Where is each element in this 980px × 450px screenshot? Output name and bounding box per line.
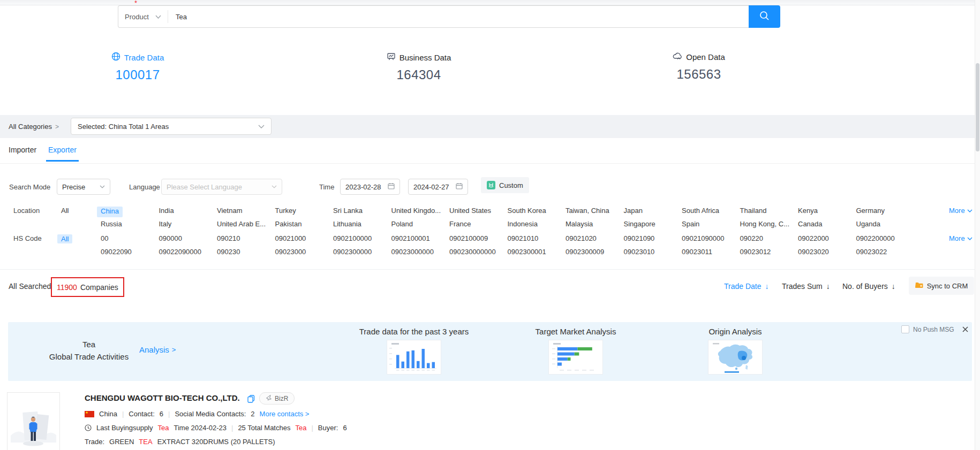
- no-push-checkbox[interactable]: [901, 325, 909, 333]
- language-select[interactable]: Please Select Language: [161, 179, 282, 195]
- hscode-item[interactable]: 09023000000: [391, 248, 434, 258]
- hscode-item[interactable]: 09021090000: [682, 234, 725, 245]
- location-item[interactable]: Singapore: [624, 220, 655, 231]
- hscode-item[interactable]: 09022000: [798, 234, 829, 245]
- search-mode-value: Precise: [62, 183, 85, 191]
- location-item[interactable]: Thailand: [740, 207, 767, 217]
- tab-importer[interactable]: Importer: [9, 138, 36, 162]
- banner-title: Tea Global Trade Activities: [32, 338, 146, 363]
- hscode-item[interactable]: 0902100000: [333, 234, 372, 245]
- hscode-item[interactable]: 0902200000: [856, 234, 895, 245]
- custom-time-button[interactable]: Custom: [481, 177, 529, 193]
- location-more-link[interactable]: More: [949, 207, 973, 215]
- location-item[interactable]: Turkey: [275, 207, 296, 217]
- location-item[interactable]: Germany: [856, 207, 885, 217]
- presentation-board-icon: [387, 52, 396, 63]
- selected-areas-select[interactable]: Selected: China Total 1 Areas: [71, 118, 272, 135]
- location-item[interactable]: Hong Kong, C...: [740, 220, 790, 231]
- hscode-all-chip[interactable]: All: [57, 234, 72, 243]
- search-mode-label: Search Mode: [9, 183, 50, 191]
- company-thumbnail[interactable]: [7, 392, 60, 450]
- location-item[interactable]: United States: [449, 207, 491, 217]
- location-item[interactable]: Uganda: [856, 220, 881, 231]
- china-map-thumbnail[interactable]: [708, 340, 763, 375]
- hscode-item[interactable]: 0902300001: [508, 248, 546, 258]
- hbar-chart-thumbnail[interactable]: [548, 340, 603, 375]
- location-item[interactable]: Malaysia: [566, 220, 593, 231]
- chevron-right-icon: >: [172, 346, 176, 354]
- location-item[interactable]: China: [97, 207, 123, 217]
- search-input[interactable]: Tea: [168, 13, 749, 21]
- location-item[interactable]: India: [159, 207, 174, 217]
- analysis-link[interactable]: Analysis >: [139, 345, 176, 354]
- hscode-item[interactable]: 09021000: [275, 234, 306, 245]
- hscode-item[interactable]: 0902100009: [449, 234, 488, 245]
- sort-trades-sum[interactable]: Trades Sum ↓: [782, 282, 830, 291]
- hscode-item[interactable]: 09023000: [275, 248, 306, 258]
- hscode-item[interactable]: 09021090: [624, 234, 655, 245]
- location-item[interactable]: South Korea: [508, 207, 546, 217]
- hscode-item[interactable]: 0902300000: [333, 248, 372, 258]
- hscode-item[interactable]: 09023012: [740, 248, 771, 258]
- location-item[interactable]: Lithuania: [333, 220, 361, 231]
- location-item[interactable]: Russia: [101, 220, 122, 231]
- more-contacts-link[interactable]: More contacts >: [260, 410, 310, 418]
- location-item[interactable]: United Arab E...: [217, 220, 266, 231]
- stat-open-data[interactable]: Open Data 156563: [613, 52, 785, 82]
- location-item[interactable]: Vietnam: [217, 207, 242, 217]
- page-scrollbar[interactable]: [975, 0, 980, 450]
- hscode-item[interactable]: 09023011: [682, 248, 712, 258]
- hscode-item[interactable]: 090210: [217, 234, 240, 245]
- close-icon[interactable]: [962, 326, 968, 332]
- stat-trade-data[interactable]: Trade Data 100017: [52, 52, 223, 82]
- location-item[interactable]: France: [449, 220, 471, 231]
- hscode-item[interactable]: 09023010: [624, 248, 655, 258]
- hscode-item[interactable]: 0902100001: [391, 234, 430, 245]
- hscode-item[interactable]: 09023020: [798, 248, 829, 258]
- sync-to-crm-button[interactable]: Sync to CRM: [909, 277, 974, 295]
- location-item[interactable]: Taiwan, China: [566, 207, 609, 217]
- location-item[interactable]: Canada: [798, 220, 823, 231]
- hscode-item[interactable]: 090230000000: [449, 248, 496, 258]
- location-item[interactable]: Spain: [682, 220, 699, 231]
- location-item[interactable]: Italy: [159, 220, 172, 231]
- hscode-item[interactable]: 090230: [217, 248, 240, 258]
- hscode-item[interactable]: 09022090000: [159, 248, 202, 258]
- date-to-input[interactable]: 2024-02-27: [408, 179, 468, 195]
- location-item[interactable]: United Kingdo...: [391, 207, 441, 217]
- location-all-chip[interactable]: All: [61, 207, 69, 215]
- all-categories-link[interactable]: All Categories >: [9, 123, 59, 131]
- scrollbar-thumb[interactable]: [976, 63, 979, 151]
- location-item[interactable]: Indonesia: [508, 220, 538, 231]
- hscode-more-link[interactable]: More: [949, 234, 973, 242]
- hscode-item[interactable]: 09021010: [508, 234, 539, 245]
- china-flag-icon: [85, 411, 94, 417]
- location-item[interactable]: Sri Lanka: [333, 207, 363, 217]
- location-item[interactable]: Kenya: [798, 207, 818, 217]
- date-from-input[interactable]: 2023-02-28: [340, 179, 400, 195]
- location-item[interactable]: Japan: [624, 207, 643, 217]
- hscode-item[interactable]: 09022090: [101, 248, 132, 258]
- bizr-badge[interactable]: BizR: [259, 392, 295, 405]
- sort-label: Trades Sum: [782, 282, 823, 291]
- hscode-item[interactable]: 09023022: [856, 248, 887, 258]
- sort-trade-date[interactable]: Trade Date ↓: [724, 282, 769, 291]
- hscode-item[interactable]: 090220: [740, 234, 763, 245]
- stat-business-data[interactable]: Business Data 164304: [333, 52, 504, 82]
- sort-no-of-buyers[interactable]: No. of Buyers ↓: [842, 282, 895, 291]
- search-mode-select[interactable]: Precise: [57, 179, 110, 195]
- banner-card-trade-data: Trade data for the past 3 years: [354, 327, 474, 375]
- hscode-item[interactable]: 0902300009: [566, 248, 604, 258]
- tab-exporter[interactable]: Exporter: [48, 138, 77, 162]
- company-name[interactable]: CHENGDU WAGOTT BIO-TECH CO.,LTD.: [85, 393, 240, 402]
- hscode-item[interactable]: 09021020: [566, 234, 597, 245]
- location-item[interactable]: Pakistan: [275, 220, 302, 231]
- copy-icon[interactable]: [247, 395, 255, 403]
- search-category-select[interactable]: Product: [118, 6, 168, 27]
- hscode-item[interactable]: 00: [101, 234, 108, 245]
- search-button[interactable]: [749, 5, 780, 28]
- bar-chart-thumbnail[interactable]: [387, 340, 441, 375]
- hscode-item[interactable]: 090000: [159, 234, 182, 245]
- location-item[interactable]: South Africa: [682, 207, 719, 217]
- location-item[interactable]: Poland: [391, 220, 413, 231]
